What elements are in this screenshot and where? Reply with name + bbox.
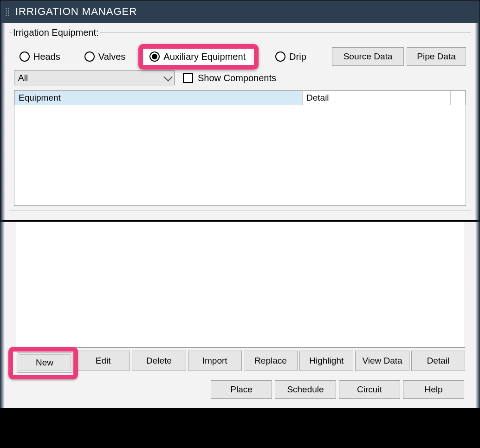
schedule-button[interactable]: Schedule [275,380,336,399]
filter-selected: All [18,73,28,83]
help-button[interactable]: Help [403,380,464,399]
radio-icon [275,51,285,62]
radio-heads-label: Heads [33,51,60,62]
chevron-down-icon [163,72,173,82]
content-area: Irrigation Equipment: Heads Valves Auxil… [0,23,480,220]
detail-button[interactable]: Detail [411,351,465,371]
top-buttons: Source Data Pipe Data [332,47,466,66]
radio-icon [84,51,95,62]
source-data-button[interactable]: Source Data [332,47,404,66]
filter-dropdown[interactable]: All [14,70,175,85]
group-legend: Irrigation Equipment: [12,27,100,38]
radio-valves[interactable]: Valves [79,49,131,65]
title-bar[interactable]: IRRIGATION MANAGER [0,0,480,23]
replace-button[interactable]: Replace [244,351,298,371]
col-detail[interactable]: Detail [302,90,451,105]
import-button[interactable]: Import [188,351,242,371]
place-button[interactable]: Place [211,380,272,399]
drag-grip-icon[interactable] [5,7,10,16]
radio-icon [19,51,30,62]
radio-drip-label: Drip [289,51,306,62]
radio-aux-label: Auxiliary Equipment [163,51,246,62]
show-components-checkbox[interactable]: Show Components [183,73,276,83]
col-equipment[interactable]: Equipment [14,90,302,105]
footer-black [0,408,480,427]
bottom-button-row: Place Schedule Circuit Help [211,380,464,399]
lower-panel-inner: New Edit Delete Import Replace Highlight… [15,222,465,402]
delete-button[interactable]: Delete [132,351,186,371]
radio-auxiliary-equipment[interactable]: Auxiliary Equipment [144,49,251,65]
irrigation-equipment-group: Irrigation Equipment: Heads Valves Auxil… [9,27,471,211]
edit-button[interactable]: Edit [76,351,130,371]
col-spacer [451,90,466,105]
circuit-button[interactable]: Circuit [339,380,400,399]
radio-icon [149,51,160,62]
left-edge-shadow [0,23,5,222]
highlight-button[interactable]: Highlight [299,351,353,371]
table-header: Equipment Detail [14,90,466,105]
action-button-row: New Edit Delete Import Replace Highlight… [15,351,465,375]
radio-drip[interactable]: Drip [270,49,312,65]
pipe-data-button[interactable]: Pipe Data [407,47,466,66]
right-edge-shadow [475,23,480,222]
window-title: IRRIGATION MANAGER [15,6,137,18]
equipment-list-area[interactable] [15,222,465,348]
checkbox-icon [183,73,193,83]
new-button[interactable]: New [17,352,72,373]
new-button-highlight: New [15,351,74,375]
left-edge-shadow [0,222,5,427]
irrigation-manager-window: IRRIGATION MANAGER Irrigation Equipment:… [0,0,480,220]
equipment-type-radios: Heads Valves Auxiliary Equipment Drip So… [14,47,466,66]
lower-panel: New Edit Delete Import Replace Highlight… [0,220,480,427]
filter-row: All Show Components [14,70,466,85]
show-components-label: Show Components [198,73,276,83]
view-data-button[interactable]: View Data [355,351,409,371]
radio-valves-label: Valves [98,51,126,62]
equipment-table[interactable]: Equipment Detail [14,90,466,206]
right-edge-shadow [475,222,480,427]
radio-heads[interactable]: Heads [14,49,66,65]
